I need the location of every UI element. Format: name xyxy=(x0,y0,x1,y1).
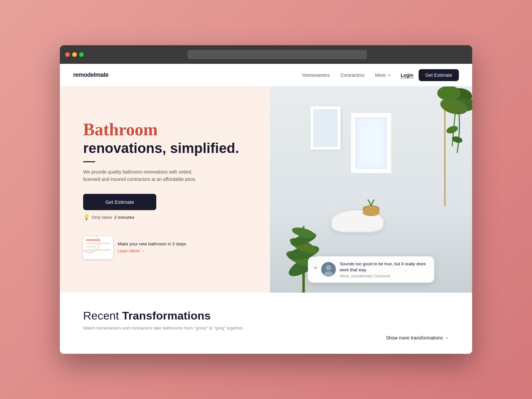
hero-description: We provide quality bathroom renovations … xyxy=(83,168,209,183)
bathroom-basket xyxy=(361,200,381,216)
quote-text: Sounds too good to be true, but it reall… xyxy=(340,261,429,273)
bathroom-mirror xyxy=(311,106,340,150)
mini-card-image xyxy=(83,236,113,259)
quote-avatar xyxy=(321,262,336,277)
traffic-light-red[interactable] xyxy=(65,52,70,57)
hero-mini-card: Make your new bathroom in 3 steps Learn … xyxy=(83,236,250,259)
address-bar[interactable] xyxy=(188,50,367,59)
show-more-transformations-link[interactable]: Show more transformations → xyxy=(386,335,449,340)
svg-point-11 xyxy=(446,124,459,135)
svg-point-8 xyxy=(437,86,461,100)
hero-right: " Sounds too good to be true, but it rea… xyxy=(270,86,472,293)
chevron-down-icon xyxy=(388,73,391,76)
traffic-light-green[interactable] xyxy=(79,52,84,57)
nav-more[interactable]: More xyxy=(375,72,390,78)
login-button[interactable]: Login xyxy=(401,72,413,78)
hero-heading-plain: renovations, simplified. xyxy=(83,140,250,157)
bathroom-window xyxy=(351,113,391,173)
get-estimate-nav-button[interactable]: Get Estimate xyxy=(419,69,459,81)
hero-section: Bathroom renovations, simplified. We pro… xyxy=(60,86,472,293)
navigation: remodelmate Homeowners Contractors More … xyxy=(60,64,472,86)
quote-icon: " xyxy=(314,266,317,273)
bathroom-plant-hanging xyxy=(406,86,472,160)
browser-window: remodelmate Homeowners Contractors More … xyxy=(60,45,472,354)
quote-content: Sounds too good to be true, but it reall… xyxy=(340,261,429,278)
mini-card-title: Make your new bathroom in 3 steps xyxy=(118,241,250,246)
nav-homeowners[interactable]: Homeowners xyxy=(302,72,330,78)
traffic-lights xyxy=(65,52,84,57)
learn-more-link[interactable]: Learn More → xyxy=(118,248,145,253)
svg-point-16 xyxy=(326,265,331,270)
quote-bubble: " Sounds too good to be true, but it rea… xyxy=(308,256,434,283)
nav-links: Homeowners Contractors More xyxy=(302,72,390,78)
site-logo[interactable]: remodelmate xyxy=(73,71,302,78)
recent-section: Recent Transformations Watch homeowners … xyxy=(60,293,472,354)
bulb-icon: 💡 xyxy=(83,214,90,220)
nav-contractors[interactable]: Contractors xyxy=(340,72,364,78)
mini-card-info: Make your new bathroom in 3 steps Learn … xyxy=(118,241,250,254)
hero-divider xyxy=(83,161,95,162)
recent-footer: Show more transformations → xyxy=(83,335,449,340)
get-estimate-hero-button[interactable]: Get Estimate xyxy=(83,194,156,210)
nav-actions: Login Get Estimate xyxy=(401,69,459,81)
hero-time-note: 💡 Only takes 2 minutes xyxy=(83,214,250,220)
hero-left: Bathroom renovations, simplified. We pro… xyxy=(60,86,270,293)
recent-subtext: Watch homeowners and contractors take ba… xyxy=(83,326,449,331)
hero-heading-colored: Bathroom xyxy=(83,120,250,139)
quote-author: Steve, remodelmate Contractor xyxy=(340,274,429,278)
browser-chrome xyxy=(60,45,472,64)
recent-heading: Recent Transformations xyxy=(83,309,449,322)
traffic-light-yellow[interactable] xyxy=(72,52,77,57)
mini-card-decor xyxy=(83,236,113,259)
